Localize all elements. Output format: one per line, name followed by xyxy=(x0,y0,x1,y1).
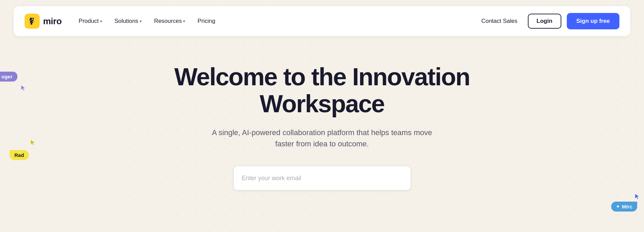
email-input[interactable] xyxy=(233,166,411,190)
nav-item-pricing[interactable]: Pricing xyxy=(193,15,220,27)
logo-text: miro xyxy=(43,16,61,27)
svg-marker-2 xyxy=(635,194,639,199)
cursor-label-rad: Rad xyxy=(10,150,29,160)
hero-subtitle: A single, AI-powered collaboration platf… xyxy=(206,127,438,149)
solutions-chevron-icon: ▾ xyxy=(140,19,142,24)
resources-chevron-icon: ▾ xyxy=(183,19,185,24)
svg-marker-1 xyxy=(31,140,35,145)
logo-container[interactable]: miro xyxy=(25,14,61,29)
nav-links: Product ▾ Solutions ▾ Resources ▾ Pricin… xyxy=(74,15,220,27)
navbar-left: miro Product ▾ Solutions ▾ Resources ▾ P… xyxy=(25,14,220,29)
sparkle-icon: ✦ xyxy=(616,204,620,209)
nav-item-resources[interactable]: Resources ▾ xyxy=(149,15,190,27)
nav-resources-label: Resources xyxy=(154,18,182,25)
nav-product-label: Product xyxy=(79,18,99,25)
email-container xyxy=(233,166,411,190)
hero-section: Welcome to the Innovation Workspace A si… xyxy=(0,36,644,190)
contact-sales-button[interactable]: Contact Sales xyxy=(477,15,522,27)
cursor-label-roger: oger xyxy=(0,72,17,82)
nav-item-product[interactable]: Product ▾ xyxy=(74,15,107,27)
miro-cursor-text: Mirc xyxy=(622,204,632,209)
navbar-right: Contact Sales Login Sign up free xyxy=(477,13,619,29)
nav-item-solutions[interactable]: Solutions ▾ xyxy=(110,15,147,27)
cursor-label-miro: ✦ Mirc xyxy=(611,202,637,212)
product-chevron-icon: ▾ xyxy=(100,19,102,24)
cursor-arrow-roger xyxy=(20,85,27,93)
svg-marker-0 xyxy=(21,85,25,91)
nav-solutions-label: Solutions xyxy=(114,18,138,25)
nav-pricing-label: Pricing xyxy=(197,18,215,25)
cursor-arrow-miro xyxy=(634,193,641,201)
navbar: miro Product ▾ Solutions ▾ Resources ▾ P… xyxy=(14,6,630,36)
signup-button[interactable]: Sign up free xyxy=(567,13,619,29)
cursor-arrow-rad xyxy=(30,139,37,147)
hero-title: Welcome to the Innovation Workspace xyxy=(134,63,510,117)
login-button[interactable]: Login xyxy=(528,14,561,29)
miro-logo-icon xyxy=(25,14,40,29)
